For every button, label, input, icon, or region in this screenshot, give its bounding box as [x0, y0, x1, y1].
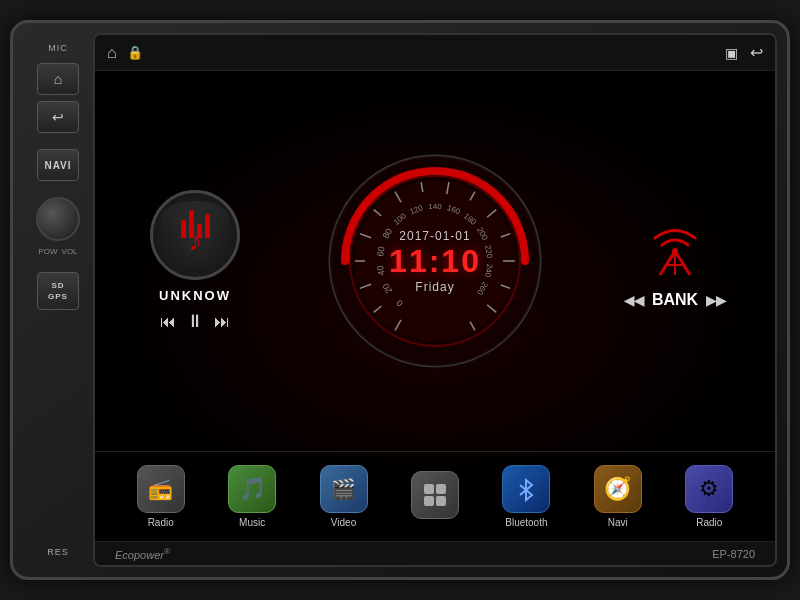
app-navi[interactable]: 🧭 Navi	[594, 465, 642, 528]
back-physical-button[interactable]: ↩	[37, 101, 79, 133]
bluetooth-icon	[513, 476, 539, 502]
radio-prev-button[interactable]: ◀◀	[624, 293, 644, 308]
navi-app-icon: 🧭	[604, 476, 631, 502]
navi-physical-button[interactable]: NAVI	[37, 149, 79, 181]
song-title: UNKNOW	[159, 288, 231, 303]
video-icon-box: 🎬	[320, 465, 368, 513]
svg-line-34	[660, 251, 675, 275]
svg-text:140: 140	[428, 202, 442, 211]
music-controls: ⏮ ⏸ ⏭	[160, 311, 230, 332]
brand-name: Ecopower®	[115, 547, 170, 561]
station-controls: ◀◀ BANK ▶▶	[624, 291, 726, 309]
screen: ⌂ 🔒 ▣ ↩	[93, 33, 777, 567]
top-bar-left: ⌂ 🔒	[107, 44, 143, 62]
video-app-icon: 🎬	[331, 477, 356, 501]
home-phys-icon: ⌂	[54, 71, 62, 87]
play-pause-button[interactable]: ⏸	[186, 311, 204, 332]
svg-line-35	[675, 251, 690, 275]
model-number: EP-8720	[712, 548, 755, 560]
antenna-svg	[640, 213, 710, 283]
svg-rect-39	[424, 484, 434, 494]
bluetooth-icon-box	[502, 465, 550, 513]
svg-text:60: 60	[375, 246, 387, 258]
music-app-icon: 🎵	[239, 476, 266, 502]
device-unit: MIC ⌂ ↩ NAVI POW VOL SD GPS RES ⌂ 🔒	[10, 20, 790, 580]
video-label: Video	[331, 517, 356, 528]
sd-gps-button[interactable]: SD GPS	[37, 272, 79, 310]
album-art: ♪	[150, 190, 240, 280]
svg-rect-41	[424, 496, 434, 506]
pow-vol-labels: POW VOL	[38, 247, 77, 256]
music-label: Music	[239, 517, 265, 528]
time-display: 11:10	[389, 243, 481, 280]
radio1-icon-box: 📻	[137, 465, 185, 513]
clock-overlay: 2017-01-01 11:10 Friday	[389, 229, 481, 294]
settings-app-icon: ⚙	[699, 476, 719, 502]
bottom-bar: Ecopower® EP-8720	[95, 541, 775, 565]
gauge-outer: 0 20 40 60 80 100 120 140 160 180 200 22…	[325, 151, 545, 371]
screen-home-icon[interactable]: ⌂	[107, 44, 117, 62]
res-label: RES	[47, 547, 69, 557]
app-row: 📻 Radio 🎵 Music 🎬 Video	[95, 451, 775, 541]
dashboard-area: ♪ UNKNOW ⏮ ⏸ ⏭	[95, 71, 775, 451]
svg-text:40: 40	[375, 265, 387, 277]
volume-knob[interactable]	[36, 197, 80, 241]
music-icon-box: 🎵	[228, 465, 276, 513]
svg-rect-40	[436, 484, 446, 494]
screen-lock-icon[interactable]: 🔒	[127, 45, 143, 60]
navi-app-label: Navi	[608, 517, 628, 528]
radio1-label: Radio	[148, 517, 174, 528]
mic-label: MIC	[48, 43, 68, 53]
settings-label: Radio	[696, 517, 722, 528]
grid-icon-box	[411, 471, 459, 519]
navi-label: NAVI	[44, 160, 71, 171]
top-bar-right: ▣ ↩	[725, 43, 763, 62]
antenna-icon	[640, 213, 710, 283]
radio1-icon: 📻	[148, 477, 173, 501]
main-content: ♪ UNKNOW ⏮ ⏸ ⏭	[95, 71, 775, 541]
grid-app-icon	[422, 482, 448, 508]
home-physical-button[interactable]: ⌂	[37, 63, 79, 95]
radio-next-button[interactable]: ▶▶	[706, 293, 726, 308]
window-icon[interactable]: ▣	[725, 45, 738, 61]
station-name: BANK	[652, 291, 698, 309]
svg-rect-42	[436, 496, 446, 506]
app-bluetooth[interactable]: Bluetooth	[502, 465, 550, 528]
back-phys-icon: ↩	[52, 109, 64, 125]
settings-icon-box: ⚙	[685, 465, 733, 513]
left-panel: MIC ⌂ ↩ NAVI POW VOL SD GPS RES	[23, 33, 93, 567]
prev-track-button[interactable]: ⏮	[160, 313, 176, 331]
gauge-panel: 0 20 40 60 80 100 120 140 160 180 200 22…	[285, 151, 585, 371]
date-display: 2017-01-01	[389, 229, 481, 243]
next-track-button[interactable]: ⏭	[214, 313, 230, 331]
day-display: Friday	[389, 280, 481, 294]
app-radio1[interactable]: 📻 Radio	[137, 465, 185, 528]
radio-panel: ◀◀ BANK ▶▶	[595, 213, 755, 309]
screen-back-icon[interactable]: ↩	[750, 43, 763, 62]
app-music[interactable]: 🎵 Music	[228, 465, 276, 528]
app-settings[interactable]: ⚙ Radio	[685, 465, 733, 528]
music-note-icon: ♪	[188, 225, 202, 257]
navi-icon-box: 🧭	[594, 465, 642, 513]
app-video[interactable]: 🎬 Video	[320, 465, 368, 528]
app-grid[interactable]	[411, 471, 459, 523]
bluetooth-label: Bluetooth	[505, 517, 547, 528]
svg-point-38	[672, 248, 678, 254]
top-bar: ⌂ 🔒 ▣ ↩	[95, 35, 775, 71]
music-panel: ♪ UNKNOW ⏮ ⏸ ⏭	[115, 190, 275, 332]
